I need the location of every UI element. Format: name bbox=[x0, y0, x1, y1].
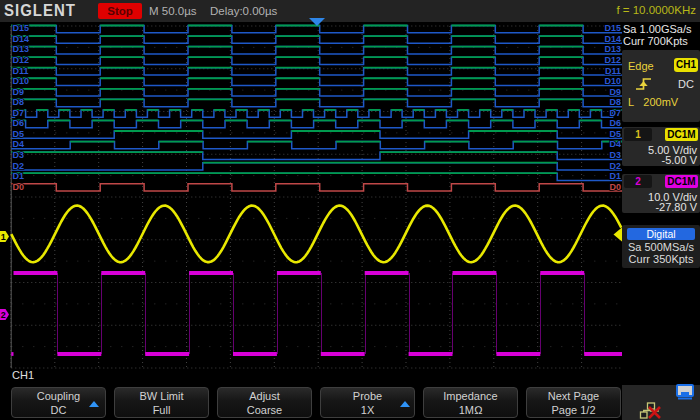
svg-text:D8: D8 bbox=[13, 97, 25, 107]
svg-text:D6: D6 bbox=[13, 118, 25, 128]
svg-text:D0: D0 bbox=[13, 182, 25, 192]
svg-text:D4: D4 bbox=[609, 139, 621, 149]
svg-text:D13: D13 bbox=[604, 44, 621, 54]
svg-text:D1: D1 bbox=[609, 171, 621, 181]
svg-text:D6: D6 bbox=[609, 118, 621, 128]
svg-text:D15: D15 bbox=[13, 23, 30, 33]
svg-text:D10: D10 bbox=[604, 76, 621, 86]
svg-text:D2: D2 bbox=[13, 161, 25, 171]
svg-text:D1: D1 bbox=[13, 171, 25, 181]
svg-text:D5: D5 bbox=[13, 129, 25, 139]
svg-text:D7: D7 bbox=[13, 108, 25, 118]
svg-text:D2: D2 bbox=[609, 161, 621, 171]
svg-text:D3: D3 bbox=[13, 150, 25, 160]
svg-text:D0: D0 bbox=[609, 182, 621, 192]
svg-text:D10: D10 bbox=[13, 76, 30, 86]
svg-text:D11: D11 bbox=[13, 66, 29, 76]
svg-text:D8: D8 bbox=[609, 97, 621, 107]
svg-text:D9: D9 bbox=[13, 87, 25, 97]
svg-text:D9: D9 bbox=[609, 87, 621, 97]
svg-text:D14: D14 bbox=[13, 34, 30, 44]
svg-text:D12: D12 bbox=[604, 55, 621, 65]
svg-text:D13: D13 bbox=[13, 44, 30, 54]
svg-text:D11: D11 bbox=[605, 66, 621, 76]
svg-text:D3: D3 bbox=[609, 150, 621, 160]
svg-text:D14: D14 bbox=[604, 34, 621, 44]
svg-text:D12: D12 bbox=[13, 55, 30, 65]
svg-text:D15: D15 bbox=[604, 23, 621, 33]
svg-text:D5: D5 bbox=[609, 129, 621, 139]
svg-text:2: 2 bbox=[1, 310, 6, 320]
svg-text:D7: D7 bbox=[609, 108, 621, 118]
svg-text:D4: D4 bbox=[13, 139, 25, 149]
svg-text:1: 1 bbox=[1, 232, 6, 242]
